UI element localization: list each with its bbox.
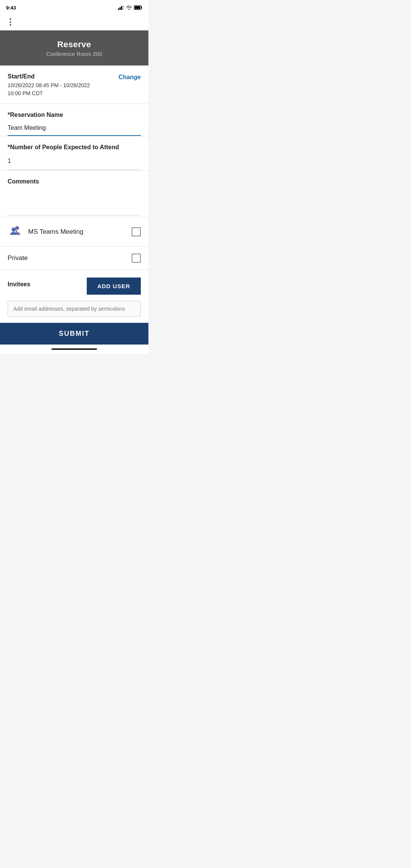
reservation-name-section: *Reservation Name	[0, 104, 148, 136]
svg-rect-2	[121, 6, 122, 10]
svg-rect-0	[118, 8, 119, 10]
ms-teams-label: MS Teams Meeting	[28, 228, 83, 236]
form-container: Start/End 10/26/2022 08:45 PM - 10/26/20…	[0, 65, 148, 323]
submit-button[interactable]: SUBMIT	[8, 330, 141, 338]
start-end-dates: 10/26/2022 08:45 PM - 10/26/202210:00 PM…	[8, 81, 90, 97]
ms-teams-icon	[8, 224, 23, 239]
status-bar: 9:43	[0, 0, 148, 14]
svg-point-7	[15, 226, 19, 230]
svg-rect-6	[8, 224, 23, 239]
svg-rect-5	[135, 6, 140, 9]
add-user-button[interactable]: ADD USER	[87, 278, 141, 295]
private-label: Private	[8, 254, 28, 262]
battery-icon	[134, 5, 142, 10]
invitees-label: Invitees	[8, 281, 30, 288]
comments-textarea[interactable]	[8, 189, 141, 215]
status-time: 9:43	[6, 5, 16, 11]
wifi-icon	[126, 5, 132, 10]
page-header: Reserve Conference Room 200	[0, 30, 148, 65]
action-bar: ⋮	[0, 14, 148, 30]
reservation-name-label: *Reservation Name	[8, 112, 141, 118]
signal-icon	[118, 5, 124, 10]
email-input[interactable]	[8, 301, 141, 317]
people-value: 1	[8, 155, 141, 170]
private-row: Private	[0, 247, 148, 270]
page-title: Reserve	[8, 40, 141, 49]
people-section: *Number of People Expected to Attend 1	[0, 136, 148, 171]
change-button[interactable]: Change	[118, 74, 141, 81]
home-indicator	[51, 348, 97, 350]
svg-point-8	[12, 228, 16, 232]
start-end-label: Start/End	[8, 73, 90, 80]
ms-teams-checkbox[interactable]	[132, 227, 141, 236]
private-checkbox[interactable]	[132, 254, 141, 263]
submit-bar: SUBMIT	[0, 323, 148, 345]
invitees-section: Invitees ADD USER	[0, 270, 148, 323]
comments-section: Comments	[0, 171, 148, 217]
status-icons	[118, 5, 142, 10]
people-label: *Number of People Expected to Attend	[8, 144, 141, 151]
reservation-name-input[interactable]	[8, 122, 141, 136]
ms-teams-row: MS Teams Meeting	[0, 217, 148, 247]
svg-rect-3	[123, 5, 124, 10]
svg-rect-1	[119, 7, 121, 10]
start-end-section: Start/End 10/26/2022 08:45 PM - 10/26/20…	[0, 65, 148, 104]
bottom-indicator	[0, 345, 148, 354]
room-name: Conference Room 200	[8, 51, 141, 57]
comments-label: Comments	[8, 178, 141, 185]
more-icon[interactable]: ⋮	[6, 17, 14, 27]
